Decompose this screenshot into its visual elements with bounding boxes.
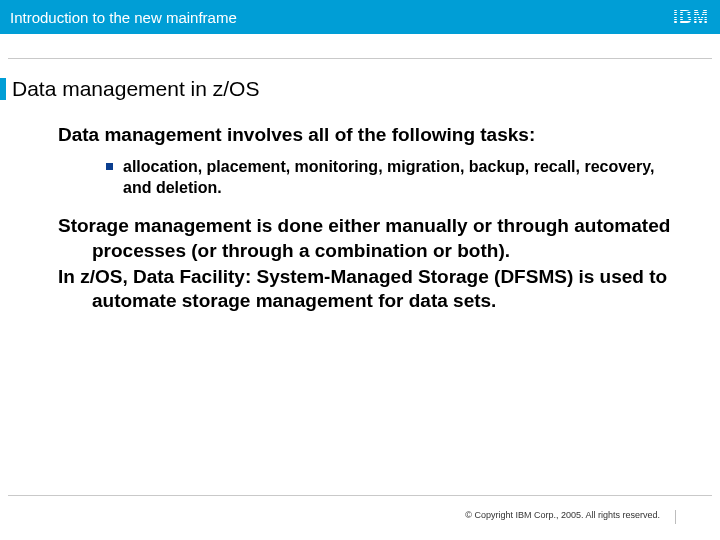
content-area: Data management involves all of the foll…: [0, 101, 720, 540]
footer-tick: [675, 510, 676, 524]
bullet-text: allocation, placement, monitoring, migra…: [123, 157, 680, 199]
slide-title: Data management in z/OS: [12, 77, 259, 101]
footer-divider: [8, 495, 712, 496]
title-accent-bar: [0, 78, 6, 100]
bullet-item: allocation, placement, monitoring, migra…: [106, 157, 680, 199]
paragraph-1: Storage management is done either manual…: [58, 214, 680, 263]
lead-text: Data management involves all of the foll…: [58, 123, 680, 147]
header-bar: Introduction to the new mainframe IBM: [0, 0, 720, 34]
divider: [8, 58, 712, 59]
slide: Introduction to the new mainframe IBM Da…: [0, 0, 720, 540]
title-row: Data management in z/OS: [0, 77, 720, 101]
ibm-logo-icon: IBM: [673, 7, 708, 28]
bullet-icon: [106, 163, 113, 170]
paragraph-2: In z/OS, Data Facility: System-Managed S…: [58, 265, 680, 314]
footer-copyright: © Copyright IBM Corp., 2005. All rights …: [465, 510, 660, 520]
header-title: Introduction to the new mainframe: [10, 9, 237, 26]
